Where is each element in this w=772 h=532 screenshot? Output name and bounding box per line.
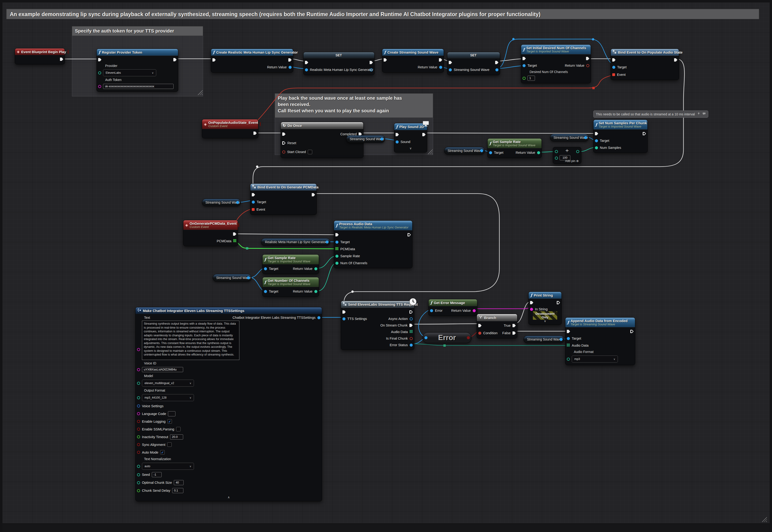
data-pin[interactable] [264, 267, 267, 270]
data-pin[interactable] [439, 66, 442, 69]
exec-pin[interactable] [495, 61, 499, 64]
data-pin[interactable] [137, 428, 140, 431]
set-streaming-sound-wave-node[interactable]: SETStreaming Sound Wave [447, 52, 500, 75]
set-initial-desired-num-of-channels-node[interactable]: ƒSet Initial Desired Num Of ChannelsTarg… [521, 44, 591, 83]
exec-pin[interactable] [586, 57, 589, 60]
data-pin[interactable] [467, 336, 470, 339]
data-pin[interactable] [137, 443, 140, 446]
data-pin[interactable] [537, 151, 540, 154]
streaming-sound-wave-variable[interactable]: Streaming Sound Wave [346, 135, 385, 143]
data-pin[interactable] [342, 317, 345, 320]
data-pin[interactable] [370, 68, 373, 71]
text-field[interactable]: uYXf8XasLslADfZ2MB4u [142, 367, 183, 372]
node-header[interactable]: ƒCreate Realistic Meta Human Lip Sync Ge… [211, 49, 293, 56]
exec-pin[interactable] [383, 58, 387, 62]
exec-pin[interactable] [439, 58, 442, 62]
data-pin[interactable] [137, 420, 140, 423]
exec-pin[interactable] [674, 58, 677, 62]
text-field[interactable]: 1 [528, 76, 535, 81]
exec-pin[interactable] [282, 132, 285, 136]
data-pin[interactable] [137, 451, 140, 454]
node-header[interactable]: ◈OnGeneratePCMData_EventCustom Event [183, 220, 238, 230]
comment-bubble-icon[interactable] [702, 112, 706, 116]
bind-event-to-on-populate-audio-state-node[interactable]: Bind Event to On Populate Audio StateTar… [611, 49, 679, 80]
streaming-sound-wave-variable[interactable]: Streaming Sound Wave [213, 274, 251, 282]
exec-pin[interactable] [643, 132, 646, 135]
data-pin[interactable] [137, 348, 140, 351]
data-pin[interactable] [314, 290, 317, 293]
node-header[interactable]: Send ElevenLabs Streaming TTS Request [341, 301, 414, 308]
streaming-sound-wave-variable[interactable]: Streaming Sound Wave [202, 199, 241, 206]
node-header[interactable]: ƒSet Num Samples Per ChunkTarget is Impo… [594, 120, 647, 129]
exec-pin[interactable] [233, 232, 236, 236]
data-pin[interactable] [410, 317, 413, 320]
data-pin[interactable] [523, 64, 526, 67]
exec-pin[interactable] [396, 133, 399, 136]
divide-node-node[interactable]: ÷100Add pin ⊕ [553, 147, 581, 164]
exec-pin[interactable] [252, 193, 255, 196]
exec-pin[interactable] [523, 57, 526, 60]
data-pin[interactable] [247, 276, 250, 279]
data-pin[interactable] [567, 358, 570, 361]
data-pin[interactable] [586, 64, 589, 67]
data-pin[interactable] [489, 151, 492, 154]
get-error-message-node[interactable]: ƒGet Error MessageErrorReturn Value [429, 299, 477, 316]
data-pin[interactable] [430, 309, 433, 312]
node-header[interactable]: ƒGet Number Of ChannelsTarget is Importe… [262, 277, 319, 287]
divide-output-pin[interactable] [576, 150, 579, 153]
text-field[interactable] [168, 411, 175, 416]
node-header[interactable]: ƒGet Error Message [429, 299, 477, 306]
node-header[interactable]: ƒRegister Provider Token [97, 49, 178, 56]
data-pin[interactable] [137, 489, 140, 492]
data-pin[interactable] [98, 71, 101, 74]
node-header[interactable]: ◈Event Blueprint Begin Play [15, 48, 65, 55]
node-header[interactable]: ƒAppend Audio Data from EncodedTarget is… [566, 318, 635, 327]
text-field[interactable]: -1 [152, 472, 162, 477]
streaming-sound-wave-variable[interactable]: Streaming Sound Wave [524, 336, 564, 343]
checkbox[interactable] [176, 427, 181, 431]
data-pin[interactable] [137, 473, 140, 476]
streaming-sound-wave-variable[interactable]: Streaming Sound Wave [550, 134, 589, 141]
node-header[interactable]: ƒPlay Sound 2D [394, 123, 427, 130]
exec-pin[interactable] [449, 61, 452, 64]
exec-pin[interactable] [630, 330, 634, 333]
data-pin[interactable] [335, 255, 338, 258]
delegate-pin[interactable] [612, 73, 615, 76]
exec-pin[interactable] [513, 331, 516, 335]
node-header[interactable]: Make Chatbot Integrator Eleven Labs Stre… [136, 307, 322, 314]
create-streaming-sound-wave-node[interactable]: ƒCreate Streaming Sound WaveReturn Value [382, 49, 444, 73]
get-sample-rate-node[interactable]: ƒGet Sample RateTarget is Imported Sound… [488, 138, 542, 158]
exec-pin[interactable] [567, 330, 570, 333]
exec-pin[interactable] [408, 233, 411, 236]
data-pin[interactable] [449, 68, 452, 71]
play-sound-2d-node[interactable]: ƒPlay Sound 2DSound∨ [394, 123, 427, 153]
data-pin[interactable] [137, 368, 140, 371]
array-pin[interactable] [335, 247, 338, 251]
data-pin[interactable] [282, 150, 285, 154]
set-num-samples-per-chunk-node[interactable]: ƒSet Num Samples Per ChunkTarget is Impo… [593, 120, 648, 153]
exec-pin[interactable] [173, 58, 177, 61]
node-header[interactable]: SET [303, 52, 374, 58]
data-pin[interactable] [137, 435, 140, 438]
append-audio-data-from-encoded-node[interactable]: ƒAppend Audio Data from EncodedTarget is… [565, 317, 635, 365]
exec-pin[interactable] [410, 324, 413, 327]
node-header[interactable]: ƒGet Sample RateTarget is Imported Sound… [488, 139, 542, 148]
dropdown-select[interactable]: mp3∨ [572, 356, 618, 363]
data-pin[interactable] [325, 241, 328, 244]
on-populate-audio-state-custom-event-node[interactable]: ◈OnPopulateAudioState_EventCustom Event [202, 119, 258, 138]
exec-pin[interactable] [530, 301, 533, 304]
exec-pin[interactable] [288, 58, 291, 62]
set-realistic-metahuman-lipsync-generator-node[interactable]: SETRealistic Meta Human Lip Sync Generat… [303, 52, 374, 75]
branch-node[interactable]: BranchTrueConditionFalse [477, 314, 518, 338]
exec-pin[interactable] [282, 141, 285, 145]
data-pin[interactable] [335, 241, 338, 244]
exec-pin[interactable] [612, 58, 616, 62]
exec-pin[interactable] [513, 324, 516, 327]
exec-pin[interactable] [60, 58, 63, 61]
data-pin[interactable] [567, 337, 570, 340]
data-pin[interactable] [288, 66, 291, 69]
data-pin[interactable] [98, 85, 101, 88]
graph-comment-banner[interactable]: An example demonstrating lip sync during… [6, 9, 759, 19]
streaming-sound-wave-variable[interactable]: Streaming Sound Wave [444, 147, 485, 154]
register-provider-token-node[interactable]: ƒRegister Provider TokenProviderElevenLa… [96, 49, 178, 92]
